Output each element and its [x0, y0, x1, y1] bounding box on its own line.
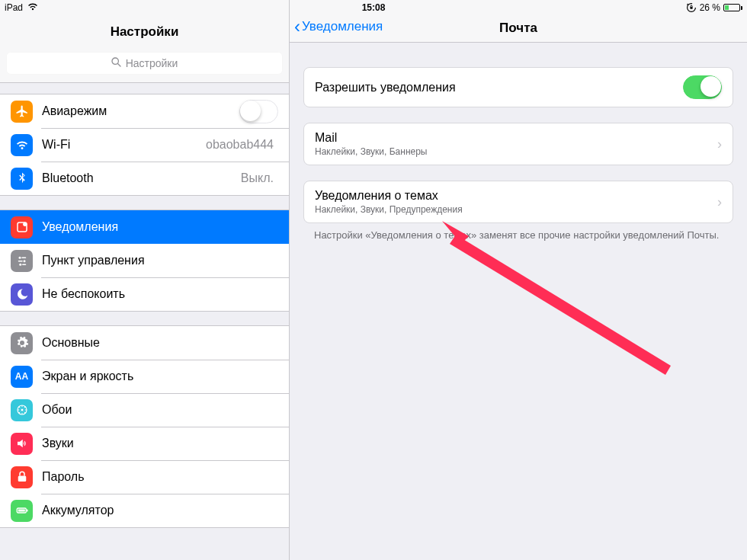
threads-sub: Наклейки, Звуки, Предупреждения [315, 204, 717, 215]
airplane-label: Авиарежим [42, 104, 239, 118]
device-label: iPad [5, 2, 23, 13]
general-label: Основные [42, 336, 278, 350]
sidebar-item-sounds[interactable]: Звуки [0, 427, 289, 460]
display-label: Экран и яркость [42, 370, 278, 383]
sounds-label: Звуки [42, 437, 278, 450]
mail-sub: Наклейки, Звуки, Баннеры [315, 146, 717, 157]
wifi-label: Wi-Fi [42, 138, 206, 152]
svg-rect-1 [690, 7, 692, 9]
orientation-lock-icon [686, 2, 697, 13]
control-center-icon [11, 250, 33, 272]
sidebar-item-notifications[interactable]: Уведомления [0, 210, 289, 244]
airplane-toggle[interactable] [239, 100, 278, 123]
sidebar-item-general[interactable]: Основные [0, 326, 289, 360]
svg-line-3 [117, 64, 120, 67]
mail-title: Mail [315, 131, 717, 145]
thread-notifications-row[interactable]: Уведомления о темах Наклейки, Звуки, Пре… [304, 181, 733, 222]
sidebar-item-wifi[interactable]: Wi-Fi obaobab444 [0, 128, 289, 162]
passcode-label: Пароль [42, 470, 278, 484]
wifi-value: obaobab444 [206, 138, 274, 152]
sounds-icon [11, 433, 33, 455]
svg-marker-19 [450, 235, 671, 375]
sidebar-item-airplane[interactable]: Авиарежим [0, 94, 289, 128]
svg-point-10 [19, 264, 21, 266]
svg-rect-11 [22, 264, 26, 266]
svg-rect-16 [18, 510, 24, 512]
battery-percent: 26 % [700, 2, 720, 13]
sidebar-item-display[interactable]: AA Экран и яркость [0, 360, 289, 393]
allow-notifications-label: Разрешить уведомления [315, 81, 683, 94]
svg-point-6 [18, 257, 21, 259]
footer-note: Настройки «Уведомления о темах» заменят … [303, 223, 733, 241]
sidebar-item-wallpaper[interactable]: Обои [0, 393, 289, 427]
battery-label: Аккумулятор [42, 504, 278, 517]
detail-title: Почта [499, 21, 537, 36]
chevron-left-icon: ‹ [294, 18, 300, 36]
chevron-right-icon: › [717, 194, 722, 210]
sidebar-item-battery[interactable]: Аккумулятор [0, 494, 289, 527]
wallpaper-icon [11, 399, 33, 421]
svg-rect-14 [18, 476, 26, 482]
search-icon [111, 57, 121, 69]
search-input[interactable]: Настройки [6, 52, 283, 75]
battery-icon [723, 4, 742, 11]
dnd-label: Не беспокоить [42, 287, 278, 301]
notifications-icon [11, 216, 33, 238]
back-label: Уведомления [302, 19, 383, 34]
sidebar-title: Настройки [0, 18, 289, 47]
sidebar-item-dnd[interactable]: Не беспокоить [0, 277, 289, 311]
sidebar-item-control-center[interactable]: Пункт управления [0, 244, 289, 277]
notifications-label: Уведомления [42, 220, 278, 234]
svg-point-5 [23, 222, 27, 226]
threads-title: Уведомления о темах [315, 189, 717, 203]
sidebar-item-passcode[interactable]: Пароль [0, 460, 289, 494]
battery-settings-icon [11, 500, 33, 522]
control-center-label: Пункт управления [42, 254, 278, 267]
svg-rect-7 [21, 258, 26, 259]
sidebar-item-bluetooth[interactable]: Bluetooth Выкл. [0, 162, 289, 195]
clock: 15:08 [362, 2, 386, 13]
wallpaper-label: Обои [42, 403, 278, 417]
back-button[interactable]: ‹ Уведомления [294, 18, 383, 36]
wifi-settings-icon [11, 134, 33, 156]
detail-pane: ‹ Уведомления Почта Разрешить уведомлени… [290, 0, 747, 560]
svg-rect-17 [27, 510, 28, 512]
bluetooth-icon [11, 168, 33, 190]
status-bar: iPad 15:08 26 % [0, 0, 747, 15]
allow-notifications-row[interactable]: Разрешить уведомления [304, 68, 733, 107]
svg-point-8 [23, 260, 25, 262]
allow-notifications-toggle[interactable] [683, 75, 722, 99]
wifi-icon [27, 2, 38, 13]
svg-point-13 [21, 409, 23, 411]
passcode-icon [11, 466, 33, 488]
settings-sidebar: Настройки Настройки Авиарежим [0, 0, 290, 560]
display-icon: AA [11, 366, 33, 388]
dnd-icon [11, 283, 33, 306]
mail-account-row[interactable]: Mail Наклейки, Звуки, Баннеры › [304, 123, 733, 165]
general-icon [11, 332, 33, 354]
bluetooth-value: Выкл. [241, 171, 274, 185]
bluetooth-label: Bluetooth [42, 171, 241, 185]
search-placeholder: Настройки [126, 57, 178, 69]
airplane-icon [11, 101, 33, 123]
svg-rect-9 [18, 261, 22, 262]
chevron-right-icon: › [717, 136, 722, 152]
